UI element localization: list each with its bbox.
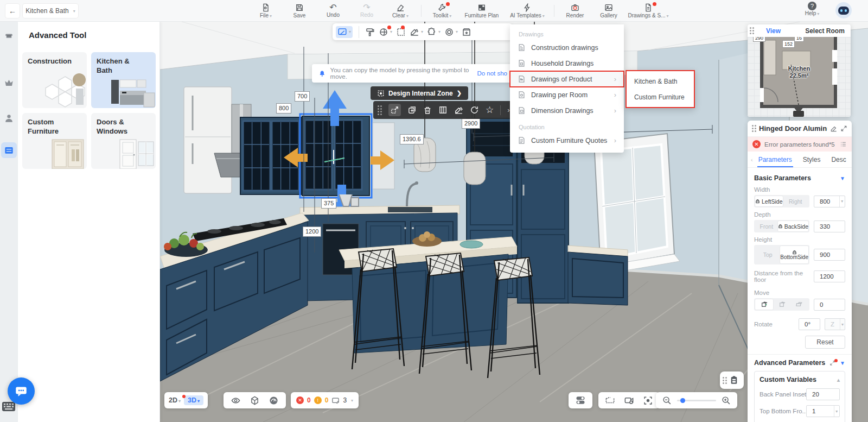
archive-tool[interactable] [462,27,471,37]
tab-desc[interactable]: Desc [826,152,851,167]
cabinet-edit-tool[interactable]: ▾ [336,26,353,38]
focus-center-icon[interactable] [643,395,653,406]
vip-rail-icon[interactable] [2,76,16,90]
menu-item-drawing-per-room[interactable]: Drawing per Room › [510,87,624,103]
clear-button[interactable]: Clear▾ [385,1,416,21]
toolkit-button[interactable]: Toolkit▾ [427,1,457,21]
redo-button[interactable]: ↷ Redo [352,1,382,21]
chat-button[interactable] [8,377,35,405]
zoom-slider[interactable] [677,400,716,401]
account-rail-icon[interactable] [2,111,16,125]
height-input[interactable] [814,249,845,261]
move-y-option[interactable] [773,299,791,310]
zoom-slider-knob[interactable] [680,398,685,403]
height-bottomside-option[interactable]: BottomSide [780,246,808,263]
furniture-rail-icon[interactable] [2,29,16,43]
tab-parameters[interactable]: Parameters [753,152,797,167]
base-cabinet-right[interactable] [568,245,628,305]
room-selector[interactable]: Kitchen & Bath▾ [23,4,78,18]
render-button[interactable]: Render [560,1,590,21]
reset-button[interactable]: Reset [805,336,845,349]
gallery-button[interactable]: Gallery [593,1,624,21]
region-select-tool[interactable] [396,27,406,37]
tab-select-room[interactable]: Select Room [799,27,851,35]
menu-item-household-drawings[interactable]: Household Drawings [510,55,624,71]
cube-view-icon[interactable] [250,396,259,405]
toolbar-drag-handle[interactable] [378,105,382,115]
help-button[interactable]: ? Help▾ [800,2,825,20]
visibility-icon[interactable] [231,396,240,405]
favorite-tool[interactable]: ☆ [486,104,494,116]
furniture-plan-button[interactable]: Furniture Plan [461,1,503,21]
width-leftside-option[interactable]: LeftSide [755,196,783,206]
card-construction[interactable]: Construction [22,52,87,108]
basic-parameters-header[interactable]: Basic Parameters ▼ [754,174,845,182]
custom-variables-header[interactable]: Custom Variables ▴ [760,376,840,383]
tab-view[interactable]: View [748,27,799,35]
camera-settings-icon[interactable] [624,395,634,406]
camera-view-icon[interactable] [605,395,615,406]
advanced-parameters-header[interactable]: Advanced Parameters ▼ [754,359,845,367]
top-bottom-front-select[interactable]: ▾ [806,405,840,417]
menu-item-drawings-of-product[interactable]: Drawings of Product › [510,71,624,87]
target-tool[interactable]: ▾ [444,27,458,37]
back-panel-inset-input[interactable] [806,388,840,400]
advanced-expand-icon[interactable] [829,360,835,366]
rotate-axis-select[interactable]: ▾ [825,318,845,330]
submenu-item-custom-furniture[interactable]: Custom Furniture [627,89,694,105]
design-internal-zone-button[interactable]: Design Internal Zone ❯ [371,86,468,100]
mode-2d-button[interactable]: 2D▾ [169,396,181,404]
zoom-in-icon[interactable] [722,396,731,405]
paint-roller-tool[interactable] [365,27,375,37]
edit-icon[interactable] [830,125,838,133]
undo-button[interactable]: ↶ Undo [318,1,348,21]
performance-icon[interactable] [269,396,278,405]
user-avatar[interactable] [835,2,852,18]
depth-front-option[interactable]: Front [755,221,778,231]
properties-drag-handle[interactable] [752,125,756,132]
card-doors-windows[interactable]: Doors & Windows [91,113,156,169]
minimap-drag-handle[interactable] [750,27,754,34]
menu-item-construction-drawings[interactable]: Construction drawings [510,40,624,55]
card-kitchen-bath[interactable]: Kitchen & Bath [91,52,156,108]
panel-tool[interactable] [438,105,448,115]
menu-item-custom-furniture-quotes[interactable]: Custom Furniture Quotes › [510,133,624,148]
duplicate-tool[interactable] [407,105,417,115]
submenu-item-kitchen-bath[interactable]: Kitchen & Bath [627,73,694,89]
save-button[interactable]: Save [284,1,315,21]
file-button[interactable]: File▾ [251,1,281,21]
minimap-floorplan[interactable]: 152 290 16 Kitchen22.5m² [748,37,851,117]
depth-backside-option[interactable]: BackSide [778,221,808,231]
fridge[interactable] [184,87,232,193]
width-right-option[interactable]: Right [783,196,808,206]
move-x-option[interactable] [755,299,773,310]
delete-tool[interactable] [423,106,432,115]
menu-item-dimension-drawings[interactable]: Dimension Drawings › [510,103,624,118]
do-not-show-link[interactable]: Do not sho [477,70,507,77]
floor-distance-input[interactable] [814,270,845,282]
material-brush-tool[interactable] [454,105,463,115]
material-tool[interactable]: ▾ [410,27,423,37]
layers-toggle-pill[interactable] [569,392,592,408]
width-input[interactable]: ▾ [814,196,845,207]
zoom-out-icon[interactable] [662,396,672,405]
rotate-tool[interactable] [470,105,479,115]
rotate-input[interactable] [799,318,820,330]
issues-pill[interactable]: ✕ 0 ! 0 3 ▾ [291,392,359,408]
move-z-option[interactable] [790,299,808,310]
chevron-down-icon[interactable]: ▾ [839,196,845,207]
expand-icon[interactable] [840,125,847,132]
plugin-tool[interactable]: ▾ [427,27,441,37]
scale-tool[interactable] [388,104,401,116]
sync-globe-tool[interactable]: ▾ [379,27,392,37]
mode-3d-button[interactable]: 3D▾ [184,395,203,405]
height-top-option[interactable]: Top [755,246,780,263]
ai-templates-button[interactable]: AI Templates▾ [506,1,548,21]
card-custom-furniture[interactable]: Custom Furniture [22,113,87,169]
move-input[interactable] [814,299,845,311]
tab-styles[interactable]: Styles [797,152,826,167]
depth-input[interactable] [814,221,845,232]
drawings-schemes-button[interactable]: Drawings & S...▾ [627,1,669,21]
cabinet-rail-icon[interactable] [1,142,17,158]
clipboard-button[interactable] [720,371,744,389]
